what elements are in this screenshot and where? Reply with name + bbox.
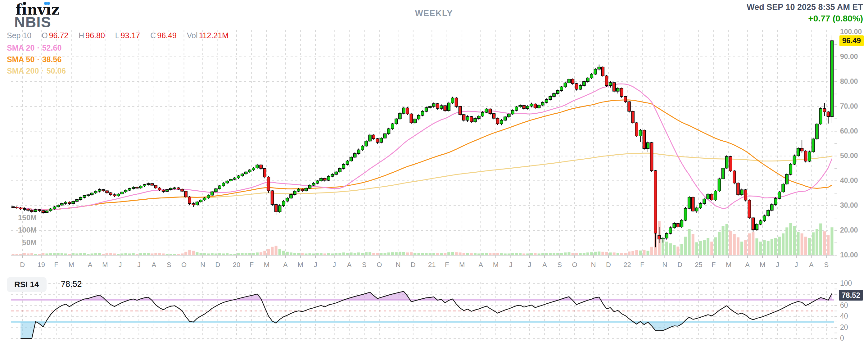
month-axis-label: O — [565, 261, 585, 269]
price-axis-label: 80.00 — [840, 77, 858, 86]
low-value: 93.17 — [121, 31, 140, 40]
month-axis-label: J — [501, 261, 521, 269]
volume-bars — [12, 221, 834, 255]
ohlc-quote-row: Sep 10 O96.72 H96.80 L93.17 C96.49 Vol11… — [7, 31, 228, 40]
quote-datetime: Wed SEP 10 2025 8:35 AM ET — [747, 2, 863, 12]
finviz-chart-page: fınvız NBIS WEEKLY Wed SEP 10 2025 8:35 … — [0, 0, 868, 349]
price-axis-label: 100.00 — [840, 28, 862, 36]
sma20-line — [13, 84, 832, 210]
month-axis-label: D — [598, 261, 618, 269]
last-price-badge: 96.49 — [839, 35, 864, 46]
month-axis-label: J — [306, 261, 326, 269]
sma200-legend: SMA 200·50.06 — [7, 66, 66, 75]
rsi-current-value: 78.52 — [61, 280, 82, 289]
quote-date: Sep 10 — [7, 31, 31, 40]
month-axis-label: M — [719, 261, 739, 269]
volume-axis-label: 50M — [8, 238, 37, 247]
month-axis-label: J — [110, 261, 130, 269]
sma50-line — [13, 100, 832, 210]
open-label: O — [41, 31, 48, 40]
rsi-value-badge: 78.52 — [839, 290, 863, 300]
rsi-axis-label: 100 — [840, 279, 852, 288]
month-axis-label: S — [816, 261, 836, 269]
month-axis-label: D — [12, 261, 32, 269]
month-axis-label: M — [61, 261, 81, 269]
price-axis-label: 90.00 — [840, 53, 858, 61]
rsi-axis-label: 0 — [840, 334, 844, 343]
close-label: C — [150, 31, 156, 40]
sma50-legend: SMA 50·38.56 — [7, 55, 61, 64]
volume-label: Vol — [187, 31, 198, 40]
price-axis-label: 30.00 — [840, 201, 858, 210]
price-axis-label: 40.00 — [840, 177, 858, 185]
month-axis-label: D — [208, 261, 228, 269]
price-axis-label: 10.00 — [840, 251, 858, 259]
month-axis-label: O — [369, 261, 389, 269]
price-axis-label: 20.00 — [840, 226, 858, 234]
price-axis-label: 60.00 — [840, 127, 858, 135]
close-value: 96.49 — [157, 31, 177, 40]
month-axis-label: O — [174, 261, 194, 269]
month-axis-label: F — [632, 261, 652, 269]
timeframe-label: WEEKLY — [0, 9, 868, 18]
candlesticks — [12, 35, 834, 247]
volume-value: 112.21M — [199, 31, 228, 40]
month-axis-label: M — [452, 261, 472, 269]
sma20-legend: SMA 20·52.60 — [7, 43, 61, 53]
month-axis-label: M — [257, 261, 277, 269]
rsi-indicator-pill[interactable]: RSI 14 — [7, 277, 46, 292]
open-value: 96.72 — [49, 31, 69, 40]
chart-canvas[interactable] — [0, 0, 868, 349]
high-value: 96.80 — [85, 31, 105, 40]
price-axis-label: 50.00 — [840, 152, 858, 160]
rsi-axis-label: 60 — [840, 301, 848, 310]
rsi-axis-label: 40 — [840, 312, 848, 320]
high-label: H — [79, 31, 84, 40]
volume-axis-label: 100M — [8, 226, 37, 234]
month-axis-label: D — [670, 261, 690, 269]
low-label: L — [115, 31, 120, 40]
month-axis-label: J — [767, 261, 787, 269]
volume-axis-label: 150M — [8, 213, 37, 222]
rsi-panel — [11, 284, 834, 339]
price-change: +0.77 (0.80%) — [808, 14, 863, 24]
rsi-axis-label: 20 — [840, 323, 848, 331]
price-axis-label: 70.00 — [840, 102, 858, 110]
month-axis-label: D — [403, 261, 423, 269]
grid-lines — [11, 30, 837, 339]
